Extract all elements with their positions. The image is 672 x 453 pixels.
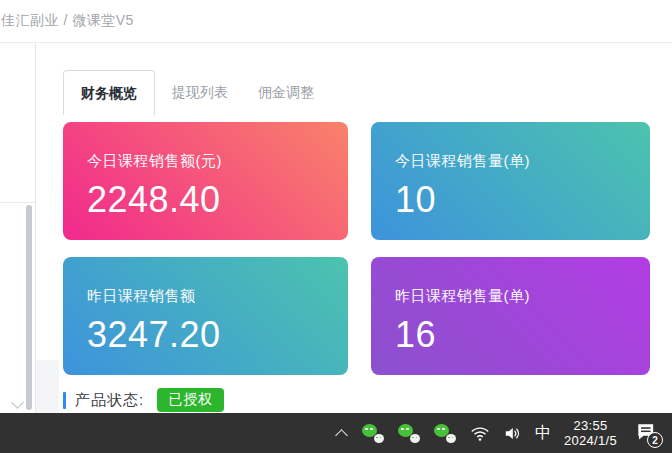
taskbar-clock[interactable]: 23:55 2024/1/5 [564, 418, 617, 449]
screen: 佳汇副业 / 微课堂V5 财务概览 提现列表 佣金调整 今日课程销售额(元) 2… [0, 0, 672, 453]
chevron-up-icon[interactable] [335, 429, 348, 442]
stat-label: 昨日课程销售量(单) [395, 287, 626, 306]
stat-card-today-sales-amount: 今日课程销售额(元) 2248.40 [63, 122, 348, 240]
stat-label: 今日课程销售量(单) [395, 152, 626, 171]
wechat-icon[interactable] [398, 424, 421, 443]
scrollbar-thumb[interactable] [26, 205, 32, 410]
header: 佳汇副业 / 微课堂V5 [0, 0, 672, 43]
chevron-down-icon[interactable] [11, 396, 24, 409]
stat-value: 10 [395, 179, 626, 221]
clock-time: 23:55 [564, 418, 617, 434]
background-patch [36, 360, 59, 413]
stat-label: 昨日课程销售额 [87, 287, 324, 306]
product-status-label: 产品状态: [75, 391, 144, 410]
content-row: 财务概览 提现列表 佣金调整 今日课程销售额(元) 2248.40 今日课程销售… [0, 43, 672, 413]
rail-divider [0, 202, 35, 203]
stat-card-yesterday-sales-count: 昨日课程销售量(单) 16 [371, 257, 650, 375]
stat-cards: 今日课程销售额(元) 2248.40 今日课程销售量(单) 10 昨日课程销售额… [63, 122, 672, 375]
stat-card-today-sales-count: 今日课程销售量(单) 10 [371, 122, 650, 240]
stat-value: 16 [395, 314, 626, 356]
wifi-icon[interactable] [470, 425, 490, 442]
status-accent-bar [63, 392, 66, 409]
stat-card-yesterday-sales-amount: 昨日课程销售额 3247.20 [63, 257, 348, 375]
tab-finance-overview[interactable]: 财务概览 [63, 70, 155, 115]
wechat-icon[interactable] [434, 424, 457, 443]
action-center-icon[interactable]: 2 [633, 420, 660, 446]
stat-value: 2248.40 [87, 179, 324, 221]
main-panel: 财务概览 提现列表 佣金调整 今日课程销售额(元) 2248.40 今日课程销售… [36, 43, 672, 413]
ime-indicator[interactable]: 中 [535, 425, 551, 441]
wechat-icon[interactable] [362, 424, 385, 443]
taskbar: 中 23:55 2024/1/5 2 [0, 413, 672, 453]
stat-value: 3247.20 [87, 314, 324, 356]
clock-date: 2024/1/5 [564, 433, 617, 449]
breadcrumb[interactable]: 佳汇副业 / 微课堂V5 [1, 12, 134, 30]
status-badge: 已授权 [157, 388, 224, 412]
tab-bar: 财务概览 提现列表 佣金调整 [63, 70, 672, 115]
notification-badge: 2 [647, 432, 663, 448]
tab-withdraw-list[interactable]: 提现列表 [157, 70, 243, 115]
left-rail [0, 43, 36, 413]
stat-label: 今日课程销售额(元) [87, 152, 324, 171]
tab-commission-adjust[interactable]: 佣金调整 [243, 70, 329, 115]
volume-icon[interactable] [503, 424, 522, 443]
product-status-row: 产品状态: 已授权 [63, 388, 672, 412]
